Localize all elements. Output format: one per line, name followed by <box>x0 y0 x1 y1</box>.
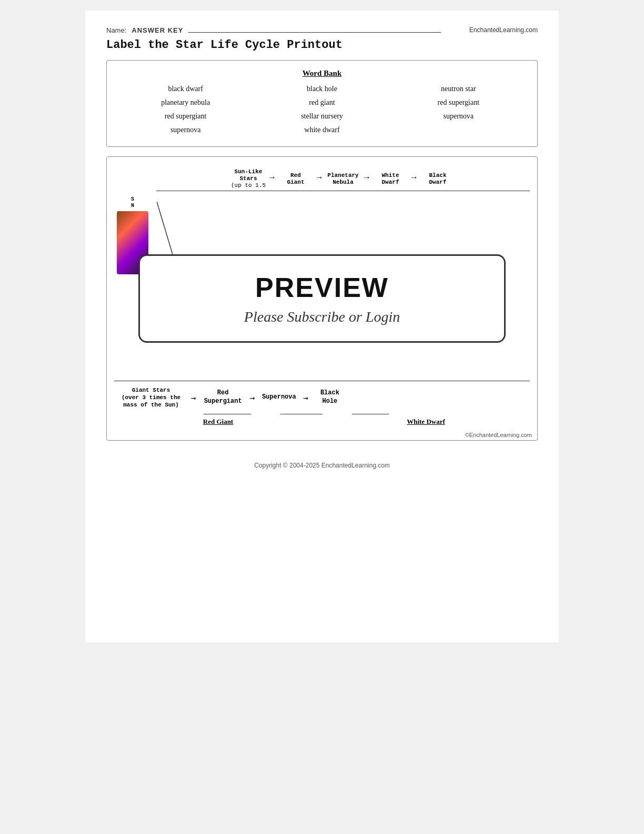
footer-copyright: Copyright © 2004-2025 EnchantedLearning.… <box>254 462 390 469</box>
preview-overlay: PREVIEW Please Subscribe or Login <box>138 254 506 343</box>
bottom-label-red-supergiant: RedSupergiant <box>199 389 247 405</box>
word-bank-item: supernova <box>117 124 254 136</box>
site-name: EnchantedLearning.com <box>469 26 538 34</box>
word-bank-item: red supergiant <box>117 111 254 122</box>
label-red-giant: Red Giant <box>192 418 245 426</box>
path-arrow: → <box>268 173 276 182</box>
word-bank-item: stellar nursery <box>254 111 390 122</box>
bottom-label-black-hole: BlackHole <box>311 389 348 405</box>
path-arrow: → <box>363 173 371 182</box>
bottom-underlines <box>107 414 537 418</box>
word-bank-item: planetary nebula <box>117 97 254 108</box>
name-label: Name: <box>106 26 126 34</box>
answer-labels-row: Red Giant White Dwarf <box>107 418 537 430</box>
page-title: Label the Star Life Cycle Printout <box>106 38 538 52</box>
copyright-bar: ©EnchantedLearning.com <box>107 430 537 440</box>
diagram-box: Sun-LikeStars(up to 1.5 → RedGiant → Pla… <box>106 156 538 441</box>
path-item-white-dwarf: WhiteDwarf <box>372 172 409 186</box>
giant-stars-block: Giant Stars(over 3 times themass of the … <box>114 386 188 409</box>
bottom-path-row: Giant Stars(over 3 times themass of the … <box>107 381 537 414</box>
word-bank-item <box>390 124 527 136</box>
subscribe-text: Please Subscribe or Login <box>150 309 494 325</box>
bottom-arrow-2: → <box>250 393 255 403</box>
preview-text: PREVIEW <box>150 272 494 303</box>
answer-red-giant: Red Giant <box>192 418 245 426</box>
bottom-arrow-3: → <box>303 393 308 403</box>
header: Name: ANSWER KEY EnchantedLearning.com <box>106 26 538 34</box>
bottom-arrow-1: → <box>191 393 196 403</box>
path-item-sunlike: Sun-LikeStars(up to 1.5 <box>230 168 267 190</box>
path-arrow: → <box>410 173 418 182</box>
giant-stars-label: Giant Stars(over 3 times themass of the … <box>122 386 180 409</box>
path-item-red-giant: RedGiant <box>277 172 314 186</box>
word-bank-item: neutron star <box>390 83 527 95</box>
word-bank-title: Word Bank <box>117 69 527 78</box>
name-underline <box>188 32 441 33</box>
top-path: Sun-LikeStars(up to 1.5 → RedGiant → Pla… <box>156 168 530 190</box>
path-item-black-dwarf: BlackDwarf <box>419 172 456 186</box>
word-bank-box: Word Bank black dwarf black hole neutron… <box>106 60 538 147</box>
answer-white-dwarf: White Dwarf <box>400 418 452 426</box>
word-bank-item: white dwarf <box>254 124 390 136</box>
page: Name: ANSWER KEY EnchantedLearning.com L… <box>85 11 559 642</box>
word-bank-item: black hole <box>254 83 390 95</box>
path-arrow: → <box>315 173 324 182</box>
word-bank-grid: black dwarf black hole neutron star plan… <box>117 83 527 136</box>
bottom-label-supernova: Supernova <box>258 393 300 402</box>
label-white-dwarf: White Dwarf <box>400 418 452 426</box>
name-value: ANSWER KEY <box>132 26 183 34</box>
stellar-label: SN <box>131 196 134 209</box>
word-bank-item: red giant <box>254 97 390 108</box>
word-bank-item: red supergiant <box>390 97 527 108</box>
path-item-planetary-nebula: PlanetaryNebula <box>325 172 361 186</box>
name-line: Name: ANSWER KEY <box>106 26 441 34</box>
word-bank-item: black dwarf <box>117 83 254 95</box>
word-bank-item: supernova <box>390 111 527 122</box>
page-footer: Copyright © 2004-2025 EnchantedLearning.… <box>106 462 538 469</box>
